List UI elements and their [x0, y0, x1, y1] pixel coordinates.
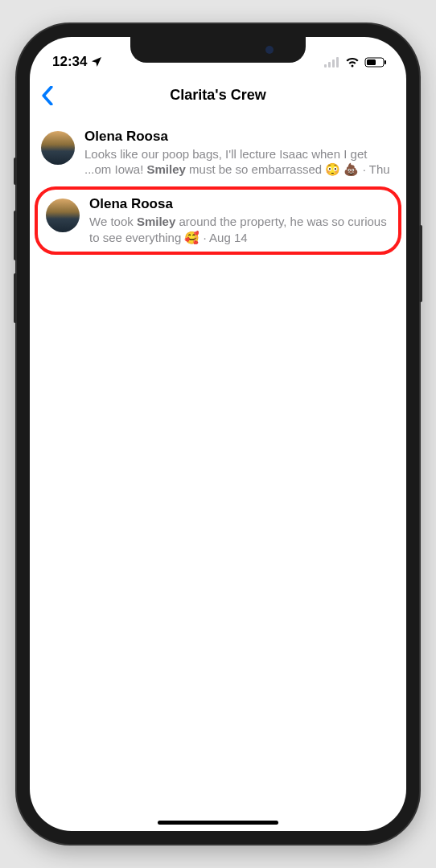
search-result-row[interactable]: Olena Roosa Looks like our poop bags, I'…: [30, 121, 406, 185]
home-indicator[interactable]: [158, 821, 278, 825]
nav-header: Clarita's Crew: [30, 76, 406, 116]
volume-up-button: [14, 211, 17, 260]
power-button: [419, 225, 422, 302]
svg-rect-1: [328, 62, 331, 68]
battery-icon: [364, 57, 387, 68]
front-camera-icon: [265, 46, 274, 54]
screen: 12:34: [30, 37, 406, 831]
svg-rect-5: [367, 59, 376, 65]
status-left: 12:34: [52, 54, 103, 70]
cellular-icon: [324, 57, 340, 68]
svg-rect-2: [332, 59, 335, 68]
result-name: Olena Roosa: [84, 129, 395, 145]
chevron-left-icon: [41, 86, 54, 105]
avatar: [46, 199, 80, 232]
phone-frame: 12:34: [17, 24, 419, 844]
svg-rect-3: [336, 57, 339, 68]
result-time: Aug 14: [209, 231, 248, 244]
status-time: 12:34: [52, 54, 87, 70]
page-title: Clarita's Crew: [170, 87, 265, 104]
location-arrow-icon: [90, 55, 103, 68]
mute-switch: [14, 158, 17, 185]
search-result-row[interactable]: Olena Roosa We took Smiley around the pr…: [35, 186, 401, 254]
search-results-list: Olena Roosa Looks like our poop bags, I'…: [30, 116, 406, 255]
result-name: Olena Roosa: [89, 196, 390, 212]
result-time: Thu: [369, 162, 390, 176]
volume-down-button: [14, 273, 17, 323]
svg-rect-6: [385, 60, 386, 64]
result-preview: We took Smiley around the property, he w…: [89, 214, 390, 244]
notch: [130, 37, 306, 63]
back-button[interactable]: [41, 86, 54, 105]
status-right: [324, 57, 387, 68]
result-content: Olena Roosa We took Smiley around the pr…: [89, 196, 390, 244]
avatar: [41, 131, 75, 165]
wifi-icon: [345, 57, 360, 68]
result-content: Olena Roosa Looks like our poop bags, I'…: [84, 129, 395, 177]
result-preview: Looks like our poop bags, I'll lecture I…: [84, 146, 395, 177]
svg-rect-0: [324, 64, 327, 68]
